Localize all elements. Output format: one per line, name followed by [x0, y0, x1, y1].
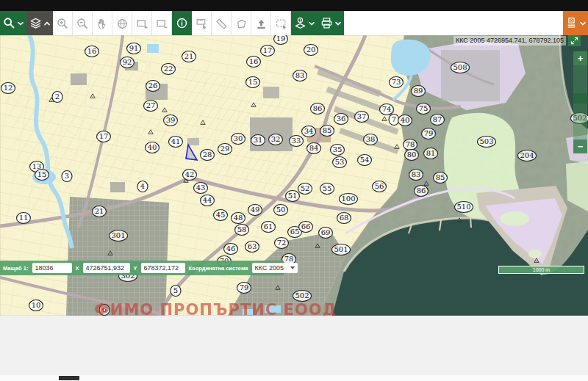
cadastral-region-marker[interactable] [85, 46, 99, 57]
cadastral-region-marker[interactable] [237, 283, 251, 294]
cadastral-region-marker[interactable] [302, 126, 316, 137]
cadastral-region-marker[interactable] [380, 104, 394, 115]
layers-button[interactable] [26, 11, 53, 35]
print-button[interactable] [318, 11, 344, 35]
cadastral-region-marker[interactable] [290, 136, 304, 147]
cadastral-region-marker[interactable] [311, 104, 325, 115]
cadastral-region-marker[interactable] [269, 134, 283, 145]
cadastral-region-marker[interactable] [171, 286, 181, 297]
cadastral-region-marker[interactable] [274, 205, 288, 216]
cadastral-region-marker[interactable] [304, 45, 318, 56]
zoom-slider-track[interactable] [573, 65, 587, 139]
zoom-box-in-button[interactable] [132, 11, 152, 35]
cadastral-region-marker[interactable] [293, 291, 312, 302]
cadastral-region-marker[interactable] [93, 206, 107, 217]
measure-distance-button[interactable] [212, 11, 232, 35]
cadastral-region-marker[interactable] [518, 150, 537, 162]
cadastral-region-marker[interactable] [218, 144, 232, 155]
cadastral-region-marker[interactable] [214, 210, 228, 221]
cadastral-region-marker[interactable] [404, 139, 417, 150]
x-coordinate-input[interactable] [83, 263, 130, 273]
cadastral-region-marker[interactable] [144, 101, 158, 112]
cadastral-region-marker[interactable] [334, 114, 348, 125]
cadastral-region-marker[interactable] [201, 150, 215, 161]
y-coordinate-input[interactable] [141, 263, 185, 273]
cadastral-region-marker[interactable] [224, 244, 238, 255]
cadastral-region-marker[interactable] [364, 134, 378, 145]
cadastral-region-marker[interactable] [431, 115, 445, 126]
cadastral-region-marker[interactable] [99, 305, 110, 316]
pan-hand-button[interactable] [93, 11, 112, 35]
cadastral-region-marker[interactable] [194, 183, 208, 194]
import-upload-button[interactable] [251, 11, 271, 35]
cadastral-region-marker[interactable] [412, 86, 426, 97]
cadastral-region-marker[interactable] [398, 115, 412, 126]
cadastral-region-marker[interactable] [455, 202, 473, 213]
cadastral-region-marker[interactable] [183, 170, 197, 181]
cadastral-region-marker[interactable] [235, 225, 249, 236]
cadastral-region-marker[interactable] [169, 137, 183, 148]
cadastral-region-marker[interactable] [478, 137, 496, 148]
cadastral-region-marker[interactable] [110, 231, 128, 242]
cadastral-region-marker[interactable] [340, 194, 358, 205]
measure-position-button[interactable] [192, 11, 212, 35]
cadastral-region-marker[interactable] [137, 181, 148, 192]
cadastral-region-marker[interactable] [232, 134, 245, 145]
search-button[interactable] [0, 11, 26, 35]
cadastral-region-marker[interactable] [62, 171, 72, 182]
cadastral-region-marker[interactable] [35, 170, 49, 181]
cadastral-region-marker[interactable] [298, 184, 312, 195]
cadastral-region-marker[interactable] [451, 62, 470, 73]
cadastral-region-marker[interactable] [417, 104, 431, 115]
cadastral-region-marker[interactable] [121, 57, 135, 68]
cadastral-region-marker[interactable] [299, 222, 313, 233]
cadastral-region-marker[interactable] [319, 228, 333, 239]
cadastral-region-marker[interactable] [182, 51, 196, 62]
cadastral-region-marker[interactable] [97, 131, 111, 142]
cadastral-region-marker[interactable] [1, 83, 15, 94]
cadastral-region-marker[interactable] [434, 173, 448, 184]
results-list-button[interactable]: 0 [563, 11, 588, 35]
cadastral-region-marker[interactable] [390, 77, 404, 88]
cadastral-region-marker[interactable] [286, 191, 300, 202]
cadastral-region-marker[interactable] [405, 150, 419, 161]
cadastral-region-marker[interactable] [358, 155, 372, 166]
cadastral-region-marker[interactable] [262, 222, 276, 233]
scale-input[interactable] [32, 263, 72, 273]
cadastral-region-marker[interactable] [337, 213, 351, 224]
zoom-slider-handle[interactable] [573, 93, 587, 104]
cadastral-region-marker[interactable] [162, 64, 176, 75]
cadastral-region-marker[interactable] [164, 115, 178, 126]
cadastral-region-marker[interactable] [261, 46, 275, 57]
zoom-out-button[interactable] [73, 11, 93, 35]
zoom-in-button[interactable] [53, 11, 73, 35]
zoom-out-button[interactable]: − [573, 139, 587, 153]
cadastral-region-marker[interactable] [248, 205, 262, 216]
cadastral-region-marker[interactable] [246, 77, 260, 88]
cadastral-region-marker[interactable] [293, 70, 307, 81]
layer-info-button[interactable] [291, 11, 318, 35]
cadastral-region-marker[interactable] [247, 57, 261, 68]
cadastral-region-marker[interactable] [274, 35, 288, 45]
measure-area-button[interactable] [232, 11, 251, 35]
cadastral-region-marker[interactable] [415, 186, 429, 197]
cadastral-region-marker[interactable] [320, 184, 334, 195]
cadastral-region-marker[interactable] [245, 242, 259, 253]
cadastral-region-marker[interactable] [424, 148, 438, 159]
cadastral-region-marker[interactable] [320, 126, 334, 137]
cadastral-region-marker[interactable] [409, 170, 423, 181]
cadastral-region-marker[interactable] [373, 181, 387, 192]
cadastral-region-marker[interactable] [333, 157, 347, 168]
cadastral-region-marker[interactable] [17, 213, 31, 224]
cadastral-region-marker[interactable] [201, 195, 215, 206]
cadastral-region-marker[interactable] [251, 135, 265, 146]
cadastral-region-marker[interactable] [52, 92, 62, 103]
zoom-in-button[interactable]: + [573, 51, 587, 65]
cadastral-region-marker[interactable] [389, 115, 399, 126]
cadastral-region-marker[interactable] [232, 213, 245, 224]
cadastral-region-marker[interactable] [307, 143, 321, 154]
cadastral-region-marker[interactable] [29, 300, 43, 311]
cadastral-region-marker[interactable] [331, 145, 345, 156]
cadastral-region-marker[interactable] [146, 142, 159, 153]
cadastral-region-marker[interactable] [146, 81, 160, 92]
